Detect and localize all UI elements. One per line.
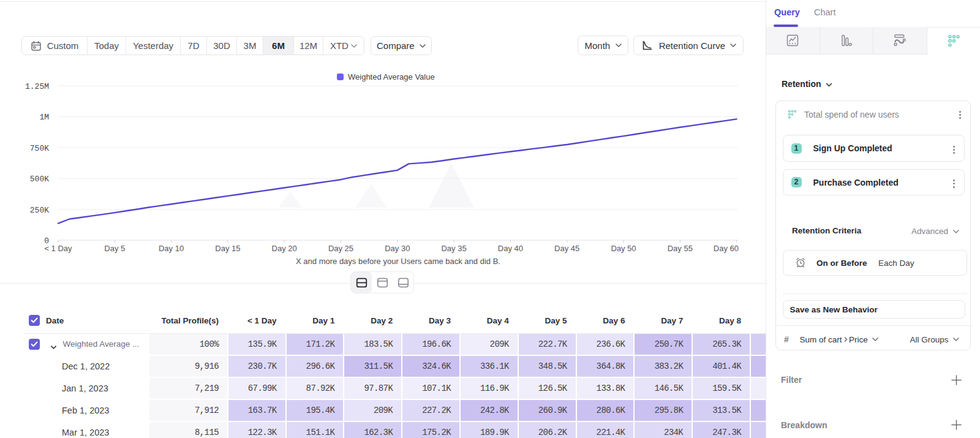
svg-text:Day 15: Day 15 <box>215 244 240 253</box>
svg-text:500K: 500K <box>30 175 49 184</box>
svg-text:1M: 1M <box>39 113 49 122</box>
svg-text:< 1 Day: < 1 Day <box>44 244 72 253</box>
svg-text:Day 5: Day 5 <box>104 244 125 253</box>
svg-text:Day 40: Day 40 <box>498 244 523 253</box>
svg-text:Day 45: Day 45 <box>554 244 579 253</box>
svg-text:Day 25: Day 25 <box>328 244 353 253</box>
svg-text:1.25M: 1.25M <box>25 82 49 91</box>
svg-text:Day 60: Day 60 <box>714 244 739 253</box>
svg-text:Day 30: Day 30 <box>385 244 410 253</box>
svg-text:Day 20: Day 20 <box>272 244 297 253</box>
svg-text:Day 10: Day 10 <box>159 244 184 253</box>
svg-text:Day 35: Day 35 <box>441 244 466 253</box>
svg-text:750K: 750K <box>30 144 49 153</box>
svg-text:Day 50: Day 50 <box>611 244 636 253</box>
svg-text:Day 55: Day 55 <box>668 244 693 253</box>
svg-text:250K: 250K <box>30 206 49 215</box>
